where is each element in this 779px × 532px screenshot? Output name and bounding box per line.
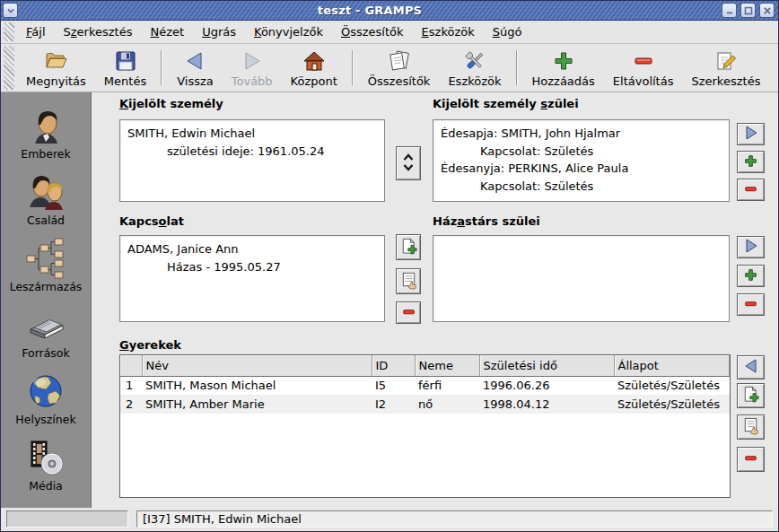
sidebar-item-family[interactable]: Család [4, 170, 88, 237]
child-row[interactable]: 1 SMITH, Mason Michael I5 férfi 1996.06.… [120, 376, 730, 395]
active-person-birth: születési ideje: 1961.05.24 [127, 143, 377, 161]
add-button[interactable]: Hozzáadás [523, 44, 604, 92]
red-minus-icon [401, 304, 416, 322]
child-row[interactable]: 2 SMITH, Amber Marie I2 nő 1998.04.12 Sz… [120, 395, 730, 414]
child-name: SMITH, Mason Michael [142, 376, 372, 395]
mother-line: Édesanyja: PERKINS, Alice Paula [441, 160, 722, 178]
sidebar: Emberek Család Leszármazás Források Hely… [1, 92, 92, 508]
toolbar-separator [516, 50, 518, 85]
family-view: Kijelölt személy SMITH, Edwin Michael sz… [92, 92, 778, 508]
reports-button[interactable]: Összesítők [359, 44, 440, 92]
child-num: 1 [120, 376, 142, 395]
children-label: Gyerekek [119, 338, 181, 352]
children-table[interactable]: Név ID Neme Születési idő Állapot 1 SMIT… [119, 354, 731, 498]
progress-bar [6, 510, 128, 528]
sidebar-item-pedigree[interactable]: Leszármazás [4, 237, 88, 303]
child-status: Születés/Születés [614, 395, 730, 414]
col-gender[interactable]: Neme [415, 355, 479, 376]
back-label: Vissza [177, 74, 214, 88]
close-button[interactable] [759, 3, 775, 18]
col-name[interactable]: Név [142, 355, 372, 376]
menu-reports[interactable]: Összesítők [332, 22, 413, 42]
child-gender: férfi [415, 376, 479, 395]
window-menu-button[interactable] [3, 3, 18, 18]
open-label: Megnyitás [26, 74, 86, 88]
status-text: [I37] SMITH, Edwin Michael [136, 510, 773, 528]
col-rownum[interactable] [120, 355, 142, 376]
titlebar[interactable]: teszt - GRAMPS [1, 1, 778, 21]
up-down-chevrons-icon [400, 151, 416, 177]
sidebar-pedigree-label: Leszármazás [10, 280, 83, 293]
green-plus-icon [743, 153, 758, 171]
menu-edit[interactable]: Szerkesztés [55, 22, 142, 42]
child-birth: 1998.04.12 [479, 395, 614, 414]
sidebar-item-people[interactable]: Emberek [4, 104, 88, 170]
remove-label: Eltávolítás [613, 74, 674, 88]
minimize-button[interactable] [722, 3, 737, 18]
menu-go[interactable]: Ugrás [193, 22, 245, 42]
parents-add-button[interactable] [737, 151, 765, 173]
save-button[interactable]: Mentés [95, 44, 155, 92]
document-hand-icon [741, 416, 760, 438]
home-button[interactable]: Központ [282, 44, 346, 92]
active-person-label: Kijelölt személy [119, 97, 223, 110]
forward-button: Tovább [223, 44, 282, 92]
menu-file[interactable]: Fájl [17, 22, 55, 42]
children-header-row[interactable]: Név ID Neme Születési idő Állapot [120, 355, 730, 376]
spouse-add-new-button[interactable] [396, 234, 421, 260]
active-parents-list[interactable]: Édesapja: SMITH, John Hjalmar Kapcsolat:… [433, 119, 730, 202]
back-button[interactable]: Vissza [168, 44, 223, 92]
toolbar-separator [352, 50, 354, 85]
reports-icon [388, 49, 411, 73]
spouse-parents-remove-button[interactable] [737, 293, 765, 316]
menu-tools[interactable]: Eszközök [413, 22, 484, 42]
menubar: Fájl Szerkesztés Nézet Ugrás Könyvjelzők… [1, 21, 778, 44]
sidebar-item-sources[interactable]: Források [4, 303, 88, 370]
children-remove-button[interactable] [737, 447, 765, 472]
sidebar-people-label: Emberek [21, 147, 71, 161]
document-hand-icon [399, 271, 418, 292]
media-icon [25, 436, 66, 478]
parents-goto-button[interactable] [737, 123, 765, 145]
places-globe-icon [25, 370, 66, 412]
spouse-parents-goto-button[interactable] [737, 236, 765, 258]
tools-button[interactable]: Eszközök [439, 44, 510, 92]
spouse-remove-button[interactable] [396, 301, 421, 324]
menu-bookmarks[interactable]: Könyvjelzők [245, 22, 332, 42]
relationship-list[interactable]: ADAMS, Janice Ann Házas - 1995.05.27 [119, 235, 385, 322]
sidebar-item-media[interactable]: Média [4, 436, 88, 502]
save-label: Mentés [104, 74, 146, 88]
spouse-relation: Házas - 1995.05.27 [127, 258, 377, 276]
remove-button[interactable]: Eltávolítás [604, 44, 683, 92]
children-goto-button[interactable] [737, 355, 765, 379]
family-icon [25, 170, 66, 213]
toolbar: Megnyitás Mentés Vissza Tovább Központ Ö… [1, 44, 778, 92]
col-birthdate[interactable]: Születési idő [479, 355, 614, 376]
swap-spouse-button[interactable] [396, 146, 421, 180]
menu-view[interactable]: Nézet [141, 22, 193, 42]
menubar-grip[interactable] [4, 22, 14, 41]
children-select-button[interactable] [737, 414, 765, 440]
child-name: SMITH, Amber Marie [142, 395, 372, 414]
sidebar-item-places[interactable]: Helyszínek [4, 370, 88, 436]
sidebar-places-label: Helyszínek [15, 413, 75, 426]
edit-button[interactable]: Szerkesztés [682, 44, 769, 92]
children-add-new-button[interactable] [737, 383, 765, 408]
window-title: teszt - GRAMPS [20, 4, 720, 17]
parents-remove-button[interactable] [737, 179, 765, 201]
toolbar-grip[interactable] [4, 46, 14, 90]
active-person-list[interactable]: SMITH, Edwin Michael születési ideje: 19… [119, 119, 385, 202]
sidebar-media-label: Média [29, 479, 63, 493]
blue-right-arrow-icon [742, 238, 760, 257]
spouse-parents-add-button[interactable] [737, 265, 765, 287]
father-relation-line: Kapcsolat: Születés [441, 143, 722, 161]
spouse-select-button[interactable] [396, 268, 421, 294]
open-button[interactable]: Megnyitás [17, 44, 95, 92]
spouse-parents-list[interactable] [433, 235, 730, 322]
father-line: Édesapja: SMITH, John Hjalmar [441, 125, 722, 143]
menu-help[interactable]: Súgó [484, 22, 531, 42]
col-id[interactable]: ID [372, 355, 415, 376]
col-status[interactable]: Állapot [614, 355, 730, 376]
document-plus-icon [399, 237, 418, 258]
maximize-button[interactable] [740, 3, 756, 18]
